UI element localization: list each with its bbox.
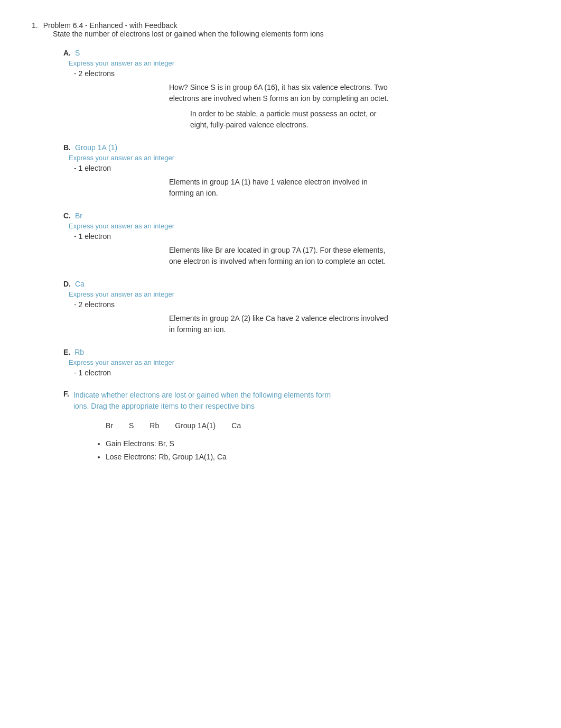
f-description: Indicate whether electrons are lost or g…: [73, 390, 338, 412]
drag-item-ca[interactable]: Ca: [231, 421, 241, 430]
drag-item-br[interactable]: Br: [106, 421, 113, 430]
drag-item-s[interactable]: S: [129, 421, 134, 430]
subquestion-b: B. Group 1A (1) Express your answer as a…: [63, 143, 529, 199]
element-c: Br: [75, 211, 82, 220]
subquestion-d: D. Ca Express your answer as an integer …: [63, 280, 529, 335]
label-a: A.: [63, 49, 71, 57]
explanation-b-main: Elements in group 1A (1) have 1 valence …: [169, 177, 391, 199]
element-e: Rb: [74, 348, 84, 356]
express-b: Express your answer as an integer: [69, 154, 529, 162]
express-d: Express your answer as an integer: [69, 290, 529, 298]
gain-electrons: Gain Electrons: Br, S: [106, 437, 529, 450]
element-d: Ca: [75, 280, 85, 288]
element-b: Group 1A (1): [75, 143, 117, 152]
subquestion-c: C. Br Express your answer as an integer …: [63, 211, 529, 267]
answer-b: - 1 electron: [74, 164, 529, 172]
label-e: E.: [63, 348, 70, 356]
element-a: S: [75, 49, 80, 57]
explanation-d-main: Elements in group 2A (2) like Ca have 2 …: [169, 313, 391, 335]
lose-electrons: Lose Electrons: Rb, Group 1A(1), Ca: [106, 450, 529, 464]
explanation-a-indent: In order to be stable, a particle must p…: [190, 108, 391, 131]
answer-a: - 2 electrons: [74, 69, 529, 78]
label-d: D.: [63, 280, 71, 288]
drag-item-group1a[interactable]: Group 1A(1): [175, 421, 216, 430]
label-c: C.: [63, 211, 71, 220]
explanation-a-main: How? Since S is in group 6A (16), it has…: [169, 82, 391, 104]
label-b: B.: [63, 143, 71, 152]
electron-results: Gain Electrons: Br, S Lose Electrons: Rb…: [106, 437, 529, 464]
drag-items-row: Br S Rb Group 1A(1) Ca: [106, 421, 529, 430]
problem-container: 1. Problem 6.4 - Enhanced - with Feedbac…: [32, 21, 529, 464]
express-e: Express your answer as an integer: [69, 358, 529, 366]
subquestion-e: E. Rb Express your answer as an integer …: [63, 348, 529, 377]
subquestion-f: F. Indicate whether electrons are lost o…: [63, 390, 529, 464]
problem-number: 1.: [32, 21, 38, 30]
explanation-c-main: Elements like Br are located in group 7A…: [169, 245, 391, 267]
label-f: F.: [63, 390, 69, 398]
subquestion-a: A. S Express your answer as an integer -…: [63, 49, 529, 131]
answer-c: - 1 electron: [74, 232, 529, 241]
express-a: Express your answer as an integer: [69, 59, 529, 67]
drag-item-rb[interactable]: Rb: [149, 421, 159, 430]
express-c: Express your answer as an integer: [69, 222, 529, 230]
problem-statement: State the number of electrons lost or ga…: [53, 30, 529, 38]
problem-title: Problem 6.4 - Enhanced - with Feedback: [43, 21, 177, 30]
answer-d: - 2 electrons: [74, 300, 529, 309]
answer-e: - 1 electron: [74, 368, 529, 377]
